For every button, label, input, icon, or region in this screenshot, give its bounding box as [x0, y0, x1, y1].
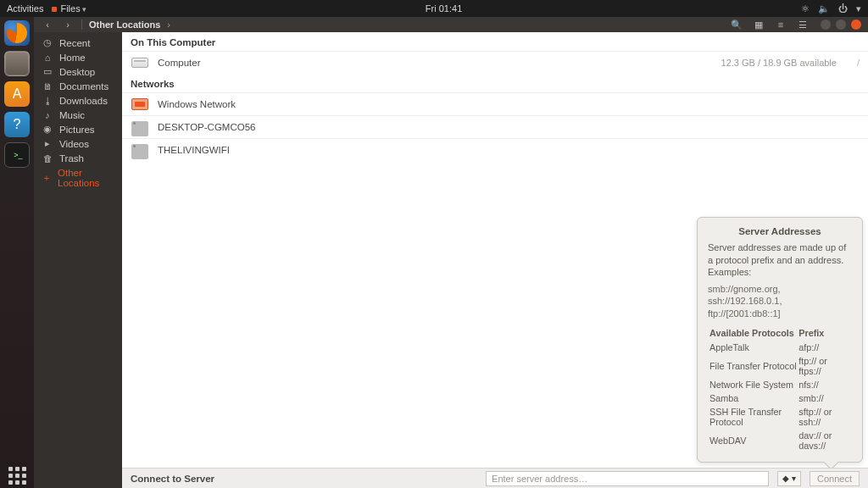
gnome-top-bar: Activities Files Fri 01:41 ⚛ 🔈 ⏻ ▾: [0, 0, 868, 17]
dock-app-files[interactable]: [4, 51, 30, 76]
power-icon: ⏻: [838, 3, 848, 14]
window-close-button[interactable]: [851, 19, 861, 30]
sidebar-item-label: Recent: [59, 38, 90, 48]
sidebar-item-label: Pictures: [59, 125, 95, 135]
chevron-right-icon: ›: [167, 19, 170, 30]
dock-app-terminal[interactable]: >_: [4, 142, 30, 168]
place-icon: ◉: [42, 124, 53, 135]
location-row-computer[interactable]: Computer 12.3 GB / 18.9 GB available/: [122, 51, 868, 74]
place-icon: ◷: [42, 37, 53, 48]
table-row: AppleTalkafp://: [709, 341, 850, 353]
search-button[interactable]: 🔍: [729, 18, 744, 31]
location-row-network[interactable]: Windows Network: [122, 92, 868, 115]
view-list-button[interactable]: ≡: [773, 18, 788, 31]
sidebar-item-other-locations[interactable]: + Other Locations: [34, 170, 122, 185]
sidebar-item[interactable]: ⌂Home: [34, 50, 122, 64]
header-bar: ‹ › Other Locations › 🔍 ▦ ≡ ☰: [34, 17, 868, 32]
sidebar-item[interactable]: ◉Pictures: [34, 122, 122, 136]
search-icon: 🔍: [731, 19, 743, 30]
clock[interactable]: Fri 01:41: [86, 3, 801, 14]
sidebar-item-label: Music: [59, 110, 85, 120]
server-icon: [131, 144, 148, 156]
sidebar-item[interactable]: ⭳Downloads: [34, 93, 122, 108]
location-row-network[interactable]: DESKTOP-CGMCO56: [122, 115, 868, 138]
connect-button[interactable]: Connect: [810, 471, 860, 486]
place-icon: ⭳: [42, 96, 53, 106]
view-grid-button[interactable]: ▦: [751, 18, 766, 31]
disk-usage: 12.3 GB / 18.9 GB available/: [721, 58, 860, 68]
place-icon: 🗑: [42, 153, 53, 164]
place-icon: 🗎: [42, 81, 53, 92]
system-status-area[interactable]: ⚛ 🔈 ⏻ ▾: [801, 3, 861, 14]
table-row: Network File Systemnfs://: [709, 379, 850, 391]
sidebar-item-label: Desktop: [59, 67, 95, 77]
location-row-network[interactable]: THELIVINGWIFI: [122, 138, 868, 161]
sidebar-item-label: Downloads: [59, 96, 108, 106]
sidebar-item[interactable]: ▸Videos: [34, 136, 122, 151]
section-header: Networks: [122, 74, 868, 92]
path-crumb[interactable]: Other Locations: [89, 19, 160, 30]
network-icon: ⚛: [801, 3, 810, 14]
nav-forward-button[interactable]: ›: [61, 18, 75, 31]
place-icon: ⌂: [42, 53, 53, 63]
sidebar-item-label: Videos: [59, 139, 89, 149]
window-maximize-button[interactable]: [836, 19, 846, 30]
popover-title: Server Addresses: [708, 226, 852, 236]
table-row: SSH File Transfer Protocolsftp:// or ssh…: [709, 406, 850, 428]
dock-app-help[interactable]: ?: [4, 112, 30, 137]
places-sidebar: ◷Recent⌂Home▭Desktop🗎Documents⭳Downloads…: [34, 32, 122, 488]
table-row: Sambasmb://: [709, 392, 850, 404]
content-pane: On This Computer Computer 12.3 GB / 18.9…: [122, 32, 868, 488]
row-label: Computer: [158, 58, 201, 68]
plus-icon: +: [42, 173, 51, 183]
chevron-down-icon: ▾: [856, 3, 861, 14]
section-header: On This Computer: [122, 32, 868, 51]
sidebar-item-label: Trash: [59, 153, 84, 164]
show-applications-button[interactable]: [4, 463, 30, 488]
drive-icon: [131, 58, 148, 68]
protocols-table: Available ProtocolsPrefix AppleTalkafp:/…: [708, 326, 852, 453]
place-icon: ♪: [42, 110, 53, 120]
list-icon: ≡: [778, 19, 783, 30]
row-label: DESKTOP-CGMCO56: [158, 122, 255, 132]
dock-app-firefox[interactable]: [4, 20, 30, 46]
sidebar-item[interactable]: ♪Music: [34, 108, 122, 122]
app-menu-button[interactable]: Files: [52, 3, 86, 14]
sidebar-item[interactable]: ◷Recent: [34, 36, 122, 50]
popover-examples: smb://gnome.org, ssh://192.168.0.1, ftp:…: [708, 283, 852, 319]
place-icon: ▸: [42, 138, 53, 149]
volume-icon: 🔈: [818, 3, 830, 14]
connect-label: Connect to Server: [131, 474, 214, 484]
sidebar-item-label: Home: [59, 53, 86, 63]
windows-network-icon: [131, 98, 148, 110]
recent-servers-button[interactable]: ◆ ▾: [777, 471, 801, 486]
server-address-input[interactable]: [486, 471, 769, 486]
table-row: File Transfer Protocolftp:// or ftps://: [709, 355, 850, 377]
files-window: ‹ › Other Locations › 🔍 ▦ ≡ ☰ ◷Recent⌂Ho…: [34, 17, 868, 488]
dock-app-software[interactable]: A: [4, 81, 30, 107]
sidebar-item[interactable]: 🗑Trash: [34, 151, 122, 165]
server-icon: [131, 121, 148, 133]
popover-description: Server addresses are made up of a protoc…: [708, 241, 852, 278]
sidebar-item[interactable]: ▭Desktop: [34, 64, 122, 79]
nav-back-button[interactable]: ‹: [41, 18, 54, 31]
sidebar-item[interactable]: 🗎Documents: [34, 79, 122, 93]
server-addresses-popover: Server Addresses Server addresses are ma…: [697, 217, 863, 463]
row-label: Windows Network: [158, 99, 236, 109]
sidebar-item-label: Documents: [59, 81, 108, 92]
row-label: THELIVINGWIFI: [158, 145, 230, 155]
menu-icon: ☰: [798, 19, 807, 30]
window-minimize-button[interactable]: [821, 19, 831, 30]
hamburger-menu-button[interactable]: ☰: [795, 18, 810, 31]
activities-button[interactable]: Activities: [7, 3, 43, 14]
connect-to-server-bar: Connect to Server ◆ ▾ Connect: [122, 468, 868, 488]
grid-icon: ▦: [754, 19, 763, 30]
sidebar-item-label: Other Locations: [58, 168, 115, 188]
place-icon: ▭: [42, 66, 53, 77]
table-row: WebDAVdav:// or davs://: [709, 430, 850, 452]
launcher-dock: A ? >_: [0, 17, 34, 488]
